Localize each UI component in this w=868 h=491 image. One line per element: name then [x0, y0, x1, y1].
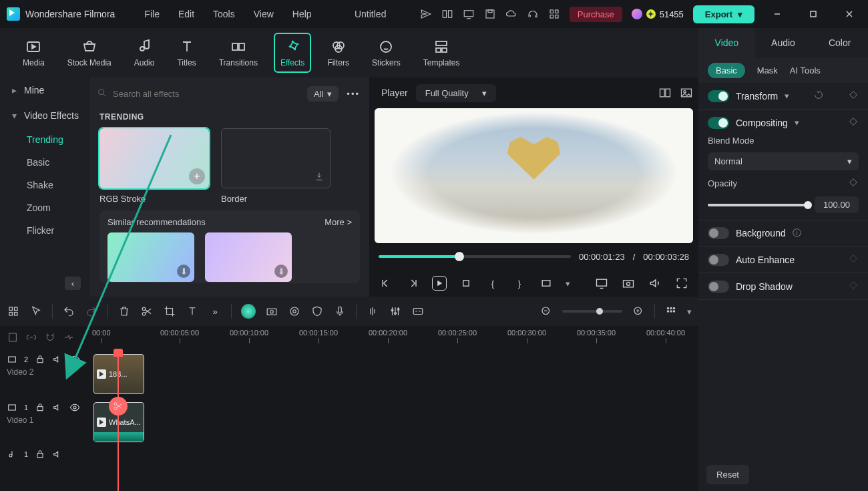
zoom-in-icon[interactable]: [632, 305, 645, 318]
insp-tab-color[interactable]: Color: [811, 28, 868, 57]
menu-edit[interactable]: Edit: [169, 9, 204, 19]
text-icon[interactable]: [186, 305, 199, 318]
nav-sub-shake[interactable]: Shake: [0, 174, 90, 196]
crop-icon[interactable]: [163, 305, 176, 318]
mark-out-icon[interactable]: }: [512, 276, 527, 291]
undo-icon[interactable]: [62, 305, 75, 318]
keyframe-icon[interactable]: [848, 177, 859, 190]
volume-icon[interactable]: [648, 276, 662, 291]
auto-ripple-icon[interactable]: [63, 331, 75, 343]
insp-tab-video[interactable]: Video: [698, 28, 755, 57]
mute-icon[interactable]: [52, 354, 63, 365]
tab-stock-media[interactable]: Stock Media: [61, 33, 118, 73]
tab-media[interactable]: Media: [16, 33, 51, 73]
fullscreen-icon[interactable]: [674, 276, 689, 291]
tracks-area[interactable]: 183... WhatsA...: [91, 349, 698, 491]
apps-icon[interactable]: [548, 8, 560, 20]
caption-icon[interactable]: [411, 305, 425, 318]
zoom-slider[interactable]: [562, 310, 622, 313]
play-button[interactable]: [432, 276, 447, 291]
nav-mine[interactable]: ▸Mine: [0, 77, 90, 103]
mixer-icon[interactable]: [389, 305, 402, 318]
ratio-dropdown[interactable]: [539, 276, 554, 291]
effect-rgb-stroke[interactable]: + RGB Stroke: [99, 128, 209, 204]
audio-sync-icon[interactable]: [366, 305, 379, 318]
magnet-icon[interactable]: [44, 331, 56, 343]
clip-v2[interactable]: 183...: [93, 354, 144, 394]
window-maximize[interactable]: [800, 4, 827, 24]
headphones-icon[interactable]: [527, 8, 539, 20]
mask-icon[interactable]: [288, 305, 301, 318]
opacity-value[interactable]: 100.00: [815, 196, 859, 213]
prev-frame-button[interactable]: [379, 276, 393, 291]
display-icon[interactable]: [594, 276, 609, 291]
reset-button[interactable]: Reset: [706, 465, 749, 484]
menu-file[interactable]: File: [135, 9, 169, 19]
tab-titles[interactable]: Titles: [170, 33, 202, 73]
pointer-icon[interactable]: [29, 305, 43, 318]
cloud-icon[interactable]: [505, 8, 517, 20]
zoom-out-icon[interactable]: [539, 305, 553, 318]
transform-toggle[interactable]: [708, 90, 729, 102]
trash-icon[interactable]: [118, 305, 131, 318]
insp-tab-audio[interactable]: Audio: [755, 28, 812, 57]
track-options-icon[interactable]: [664, 305, 678, 318]
insp-sub-mask[interactable]: Mask: [757, 65, 778, 75]
coin-balance[interactable]: ✦ 51455: [632, 9, 684, 19]
opacity-slider[interactable]: [708, 204, 808, 206]
blend-mode-select[interactable]: Normal▾: [708, 152, 859, 170]
window-close[interactable]: [836, 4, 863, 24]
tab-transitions[interactable]: Transitions: [212, 33, 264, 73]
download-icon[interactable]: [314, 171, 324, 184]
shield-icon[interactable]: [310, 305, 324, 318]
compare-view-icon[interactable]: [658, 86, 672, 100]
background-toggle[interactable]: [708, 227, 729, 239]
send-icon[interactable]: [420, 8, 432, 20]
menu-help[interactable]: Help: [283, 9, 321, 19]
auto-enhance-toggle[interactable]: [708, 254, 729, 266]
more-menu[interactable]: •••: [344, 89, 363, 99]
lock-icon[interactable]: [35, 449, 45, 460]
nav-sub-trending[interactable]: Trending: [0, 128, 90, 151]
keyframe-icon[interactable]: [848, 90, 859, 102]
menu-view[interactable]: View: [244, 9, 283, 19]
preview-canvas[interactable]: [375, 108, 693, 243]
eye-icon[interactable]: [69, 354, 80, 365]
nav-sub-zoom[interactable]: Zoom: [0, 196, 90, 219]
scrub-knob[interactable]: [455, 252, 464, 261]
picture-icon[interactable]: [680, 86, 693, 100]
tab-audio[interactable]: Audio: [128, 33, 162, 73]
camera-icon[interactable]: [265, 305, 278, 318]
insp-sub-aitools[interactable]: AI Tools: [790, 65, 821, 75]
download-icon[interactable]: ⬇: [177, 265, 190, 278]
menu-tools[interactable]: Tools: [204, 9, 244, 19]
monitor-icon[interactable]: [463, 8, 475, 20]
link-icon[interactable]: [25, 331, 37, 343]
scissors-icon[interactable]: [140, 305, 154, 318]
scrub-track[interactable]: [379, 255, 571, 258]
drop-shadow-toggle[interactable]: [708, 281, 729, 293]
time-ruler[interactable]: 00:00 00:00:05:00 00:00:10:00 00:00:15:0…: [91, 326, 698, 349]
help-icon[interactable]: ⓘ: [793, 227, 801, 239]
mark-in-icon[interactable]: {: [485, 276, 500, 291]
stop-button[interactable]: [459, 276, 473, 291]
download-icon[interactable]: ⬇: [274, 265, 288, 278]
next-frame-button[interactable]: [405, 276, 420, 291]
marker-icon[interactable]: [7, 331, 19, 343]
ai-tool-icon[interactable]: [241, 304, 256, 319]
similar-item[interactable]: ⬇: [107, 232, 194, 282]
more-link[interactable]: More >: [324, 217, 352, 227]
similar-item[interactable]: ⬇: [205, 232, 292, 282]
purchase-button[interactable]: Purchase: [570, 7, 622, 22]
snapshot-icon[interactable]: [621, 276, 636, 291]
quality-dropdown[interactable]: Full Quality▾: [416, 84, 496, 102]
nav-video-effects[interactable]: ▾Video Effects: [0, 103, 90, 128]
reset-icon[interactable]: [813, 90, 824, 102]
split-button[interactable]: [109, 397, 128, 416]
tab-stickers[interactable]: Stickers: [365, 33, 407, 73]
mute-icon[interactable]: [52, 449, 63, 460]
save-icon[interactable]: [484, 8, 496, 20]
tab-filters[interactable]: Filters: [320, 33, 356, 73]
tab-effects[interactable]: Effects: [274, 33, 311, 73]
more-tools-icon[interactable]: »: [208, 305, 222, 318]
